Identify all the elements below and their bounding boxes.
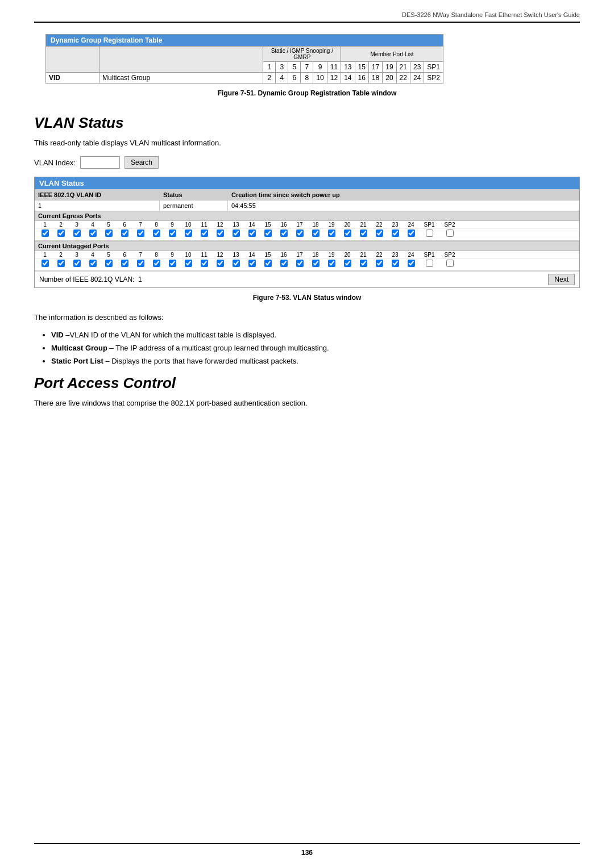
untagged-cb-6[interactable] bbox=[121, 260, 128, 267]
egress-cb-3[interactable] bbox=[73, 229, 81, 237]
port-access-desc: There are five windows that comprise the… bbox=[34, 399, 580, 407]
untagged-cb-9[interactable] bbox=[169, 260, 176, 267]
egress-cb-16[interactable] bbox=[280, 229, 288, 237]
egress-cb-2[interactable] bbox=[57, 229, 65, 237]
untagged-cb-7[interactable] bbox=[137, 260, 144, 267]
dynamic-vid-row: VID Multicast Group 2 4 6 8 10 12 14 16 … bbox=[46, 73, 443, 84]
untagged-cb-20[interactable] bbox=[344, 260, 351, 267]
untagged-cb-17[interactable] bbox=[296, 260, 304, 267]
multicast-header bbox=[99, 47, 263, 73]
untagged-cb-sp2[interactable] bbox=[446, 260, 454, 267]
info-intro: The information is described as follows: bbox=[34, 313, 580, 322]
egress-ports-title: Current Egress Ports bbox=[35, 211, 579, 221]
static-igmp-header: Static / IGMP Snooping / GMRP bbox=[263, 47, 341, 62]
untagged-cb-11[interactable] bbox=[201, 260, 208, 267]
egress-cb-6[interactable] bbox=[121, 229, 128, 237]
multicast-value: Multicast Group bbox=[99, 73, 263, 84]
egress-cb-9[interactable] bbox=[169, 229, 176, 237]
multicast-desc: – The IP address of a multicast group le… bbox=[110, 344, 329, 352]
egress-cb-13[interactable] bbox=[233, 229, 240, 237]
egress-cb-4[interactable] bbox=[89, 229, 97, 237]
egress-cb-1[interactable] bbox=[42, 229, 49, 237]
port-access-title: Port Access Control bbox=[34, 374, 580, 392]
egress-cb-19[interactable] bbox=[328, 229, 335, 237]
egress-cb-sp1[interactable] bbox=[426, 229, 433, 237]
untagged-cb-2[interactable] bbox=[57, 260, 65, 267]
dynamic-table-title: Dynamic Group Registration Table bbox=[46, 35, 443, 47]
egress-cb-12[interactable] bbox=[217, 229, 224, 237]
list-item-vid: VID –VLAN ID of the VLAN for which the m… bbox=[51, 331, 580, 339]
untagged-cb-15[interactable] bbox=[264, 260, 272, 267]
untagged-cb-5[interactable] bbox=[105, 260, 113, 267]
vlan-status-desc: This read-only table displays VLAN multi… bbox=[34, 139, 580, 147]
vid-term: VID bbox=[51, 331, 64, 339]
vid-header bbox=[46, 47, 99, 73]
dynamic-header-row: Static / IGMP Snooping / GMRP Member Por… bbox=[46, 47, 443, 62]
dynamic-reg-table: Dynamic Group Registration Table Static … bbox=[45, 34, 443, 84]
untagged-cb-14[interactable] bbox=[248, 260, 256, 267]
egress-cb-22[interactable] bbox=[376, 229, 383, 237]
vlan-count-label: Number of IEEE 802.1Q VLAN: 1 bbox=[39, 276, 142, 283]
untagged-cb-21[interactable] bbox=[360, 260, 367, 267]
egress-cb-21[interactable] bbox=[360, 229, 367, 237]
member-port-header: Member Port List bbox=[341, 47, 443, 62]
egress-cb-14[interactable] bbox=[248, 229, 256, 237]
untagged-cb-8[interactable] bbox=[153, 260, 160, 267]
vlan-index-input[interactable] bbox=[80, 156, 120, 169]
next-button[interactable]: Next bbox=[548, 274, 575, 285]
egress-cb-15[interactable] bbox=[264, 229, 272, 237]
untagged-cb-3[interactable] bbox=[73, 260, 81, 267]
untagged-ports-title: Current Untagged Ports bbox=[35, 241, 579, 251]
page-container: DES-3226 NWay Standalone Fast Ethernet S… bbox=[0, 0, 614, 868]
untagged-cb-sp1[interactable] bbox=[426, 260, 433, 267]
untagged-cb-23[interactable] bbox=[392, 260, 399, 267]
vlan-footer: Number of IEEE 802.1Q VLAN: 1 Next bbox=[35, 271, 579, 287]
untagged-cb-10[interactable] bbox=[185, 260, 192, 267]
header-title: DES-3226 NWay Standalone Fast Ethernet S… bbox=[402, 11, 580, 18]
egress-cb-8[interactable] bbox=[153, 229, 160, 237]
vlan-table-header: IEEE 802.1Q VLAN ID Status Creation time… bbox=[35, 189, 579, 200]
vid-desc: –VLAN ID of the VLAN for which the multi… bbox=[65, 331, 276, 339]
egress-cb-24[interactable] bbox=[408, 229, 415, 237]
untagged-cb-22[interactable] bbox=[376, 260, 383, 267]
egress-cb-11[interactable] bbox=[201, 229, 208, 237]
egress-cb-7[interactable] bbox=[137, 229, 144, 237]
vlan-creation-value: 04:45:55 bbox=[228, 201, 579, 211]
vlan-table-data-row: 1 permanent 04:45:55 bbox=[35, 200, 579, 211]
search-row: VLAN Index: Search bbox=[34, 156, 580, 169]
port-access-section: Port Access Control There are five windo… bbox=[34, 374, 580, 407]
untagged-cb-19[interactable] bbox=[328, 260, 335, 267]
egress-cb-17[interactable] bbox=[296, 229, 304, 237]
untagged-cb-18[interactable] bbox=[312, 260, 320, 267]
vlan-status-value: permanent bbox=[160, 201, 228, 211]
list-item-static-port: Static Port List – Displays the ports th… bbox=[51, 357, 580, 365]
vlan-index-label: VLAN Index: bbox=[34, 158, 76, 167]
vlan-status-title: VLAN Status bbox=[34, 114, 580, 132]
list-item-multicast: Multicast Group – The IP address of a mu… bbox=[51, 344, 580, 352]
page-footer: 136 bbox=[34, 843, 580, 857]
egress-cb-5[interactable] bbox=[105, 229, 113, 237]
egress-port-numbers: 1 2 3 4 5 6 7 8 9 10 11 12 13 14 15 16 1… bbox=[35, 221, 579, 229]
egress-cb-sp2[interactable] bbox=[446, 229, 454, 237]
vlan-id-value: 1 bbox=[35, 201, 160, 211]
egress-cb-18[interactable] bbox=[312, 229, 320, 237]
static-port-desc: – Displays the ports that have forwarded… bbox=[105, 357, 298, 365]
untagged-cb-13[interactable] bbox=[233, 260, 240, 267]
egress-cb-20[interactable] bbox=[344, 229, 351, 237]
untagged-cb-24[interactable] bbox=[408, 260, 415, 267]
page-number: 136 bbox=[301, 849, 313, 857]
egress-cb-10[interactable] bbox=[185, 229, 192, 237]
untagged-checkboxes bbox=[35, 259, 579, 271]
untagged-cb-16[interactable] bbox=[280, 260, 288, 267]
untagged-cb-12[interactable] bbox=[217, 260, 224, 267]
static-port-term: Static Port List bbox=[51, 357, 103, 365]
table-title-row: Dynamic Group Registration Table bbox=[46, 35, 443, 47]
dynamic-table-caption: Figure 7-51. Dynamic Group Registration … bbox=[34, 89, 580, 97]
vid-value: VID bbox=[46, 73, 99, 84]
untagged-cb-1[interactable] bbox=[42, 260, 49, 267]
untagged-cb-4[interactable] bbox=[89, 260, 97, 267]
egress-cb-23[interactable] bbox=[392, 229, 399, 237]
search-button[interactable]: Search bbox=[125, 156, 159, 169]
vlan-status-caption: Figure 7-53. VLAN Status window bbox=[34, 294, 580, 302]
col-creation-header: Creation time since switch power up bbox=[228, 190, 579, 200]
